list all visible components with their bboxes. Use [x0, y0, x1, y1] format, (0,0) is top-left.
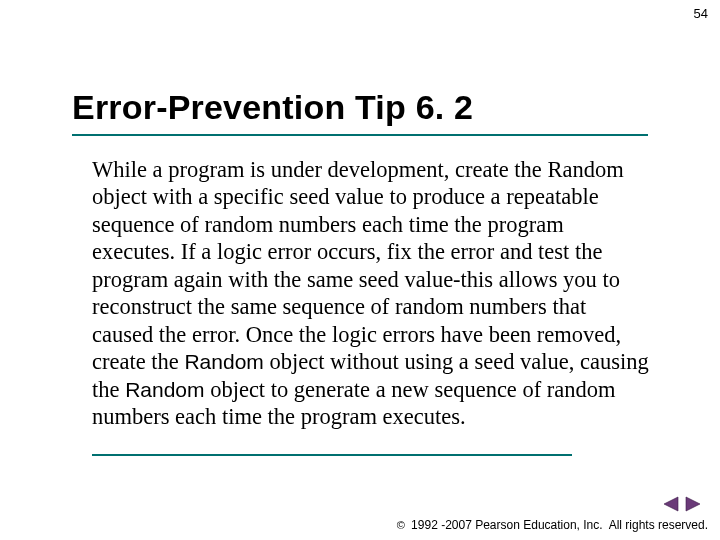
slide-title: Error-Prevention Tip 6. 2 [72, 88, 473, 127]
code-random-2: Random [125, 378, 204, 401]
copyright-org: Pearson Education, Inc. [475, 518, 602, 532]
svg-marker-1 [686, 497, 700, 511]
code-random-1: Random [184, 350, 263, 373]
copyright-years: 1992 -2007 [411, 518, 472, 532]
body-part-1: While a program is under development, cr… [92, 157, 624, 374]
body-paragraph: While a program is under development, cr… [92, 156, 652, 430]
copyright-symbol: © [397, 519, 405, 531]
next-slide-button[interactable] [684, 494, 702, 511]
prev-slide-button[interactable] [662, 494, 684, 511]
title-underline [72, 134, 648, 136]
footer-copyright: © 1992 -2007 Pearson Education, Inc. All… [397, 518, 708, 532]
svg-marker-0 [664, 497, 678, 511]
body-underline [92, 454, 572, 456]
triangle-left-icon [662, 496, 680, 512]
page-number: 54 [694, 6, 708, 21]
triangle-right-icon [684, 496, 702, 512]
copyright-rights: All rights reserved. [609, 518, 708, 532]
nav-controls [662, 494, 702, 512]
